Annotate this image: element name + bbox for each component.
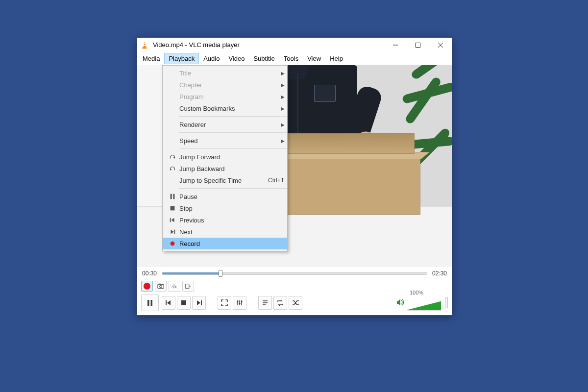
svg-marker-44 <box>397 299 400 306</box>
menubar: Media Playback Audio Video Subtitle Tool… <box>137 52 452 65</box>
separator <box>179 116 287 117</box>
next-icon <box>166 228 179 235</box>
chevron-right-icon: ▶ <box>278 138 287 144</box>
svg-rect-26 <box>147 300 149 306</box>
frame-step-button[interactable] <box>182 281 194 292</box>
svg-point-19 <box>160 285 162 287</box>
svg-marker-14 <box>171 218 174 222</box>
dd-program[interactable]: Program ▶ <box>163 91 287 102</box>
loop-button[interactable] <box>273 296 287 310</box>
svg-rect-10 <box>171 194 172 199</box>
elapsed-time[interactable]: 00:30 <box>142 270 157 277</box>
app-window: Video.mp4 - VLC media player Media Playb… <box>137 37 452 316</box>
svg-marker-32 <box>197 300 200 305</box>
menu-help[interactable]: Help <box>325 53 347 64</box>
playlist-button[interactable] <box>258 296 272 310</box>
svg-rect-11 <box>173 194 174 199</box>
seek-knob[interactable] <box>219 270 222 277</box>
menu-audio[interactable]: Audio <box>199 53 224 64</box>
fullscreen-button[interactable] <box>218 296 231 310</box>
svg-rect-1 <box>144 43 146 44</box>
svg-rect-2 <box>144 45 146 46</box>
previous-button[interactable] <box>162 296 175 310</box>
pause-icon <box>166 193 179 200</box>
chevron-right-icon: ▶ <box>278 71 287 76</box>
svg-rect-15 <box>174 230 175 234</box>
chevron-right-icon: ▶ <box>278 122 287 127</box>
volume-slider[interactable] <box>407 300 441 311</box>
seek-progress <box>162 272 220 274</box>
svg-rect-5 <box>416 43 420 47</box>
svg-rect-3 <box>143 47 147 49</box>
dd-record[interactable]: Record <box>163 238 287 249</box>
svg-rect-13 <box>170 218 171 222</box>
svg-rect-28 <box>166 300 167 305</box>
svg-rect-36 <box>237 301 239 302</box>
total-time[interactable]: 02:30 <box>432 270 447 277</box>
svg-text:B: B <box>174 285 176 288</box>
menu-tools[interactable]: Tools <box>279 53 303 64</box>
close-button[interactable] <box>429 38 452 52</box>
titlebar[interactable]: Video.mp4 - VLC media player <box>137 38 452 52</box>
dd-title[interactable]: Title ▶ <box>163 67 287 79</box>
svg-marker-29 <box>167 300 171 305</box>
play-pause-button[interactable] <box>141 294 159 311</box>
jump-forward-icon <box>166 153 179 160</box>
dd-speed[interactable]: Speed ▶ <box>163 135 287 147</box>
volume-max-indicator <box>445 297 448 308</box>
dd-renderer[interactable]: Renderer ▶ <box>163 119 287 130</box>
svg-point-17 <box>171 242 175 246</box>
window-title: Video.mp4 - VLC media player <box>153 41 240 49</box>
advanced-controls: AB <box>137 280 452 293</box>
svg-rect-31 <box>201 300 202 305</box>
snapshot-button[interactable] <box>155 281 167 292</box>
loop-ab-button[interactable]: AB <box>169 281 180 292</box>
svg-marker-16 <box>171 230 174 234</box>
svg-rect-27 <box>151 300 153 306</box>
maximize-button[interactable] <box>407 38 429 52</box>
dd-previous[interactable]: Previous <box>163 214 287 226</box>
dd-jump-specific[interactable]: Jump to Specific Time Ctrl+T <box>163 174 287 186</box>
main-toolbar: 100% <box>137 293 452 315</box>
dd-pause[interactable]: Pause <box>163 191 287 202</box>
vlc-cone-icon <box>140 41 149 49</box>
seek-bar[interactable] <box>162 272 427 275</box>
menu-media[interactable]: Media <box>138 53 164 64</box>
dd-bookmarks[interactable]: Custom Bookmarks ▶ <box>163 102 287 114</box>
dd-next[interactable]: Next <box>163 226 287 238</box>
menu-subtitle[interactable]: Subtitle <box>249 53 279 64</box>
dd-chapter[interactable]: Chapter ▶ <box>163 79 287 91</box>
stop-button[interactable] <box>177 296 191 310</box>
record-dot-icon <box>144 283 150 290</box>
separator <box>179 148 287 149</box>
timeline-row: 00:30 02:30 <box>137 267 452 280</box>
dd-stop[interactable]: Stop <box>163 202 287 214</box>
svg-rect-12 <box>171 206 175 211</box>
svg-rect-38 <box>241 301 243 302</box>
next-button[interactable] <box>192 296 206 310</box>
jump-backward-icon <box>166 165 179 172</box>
svg-text:A: A <box>172 285 174 288</box>
dd-jump-forward[interactable]: Jump Forward <box>163 151 287 163</box>
chevron-right-icon: ▶ <box>278 82 287 88</box>
svg-marker-0 <box>143 41 146 47</box>
stop-icon <box>166 205 179 212</box>
svg-rect-20 <box>159 284 161 285</box>
speaker-icon[interactable] <box>396 298 405 308</box>
playback-dropdown: Title ▶ Chapter ▶ Program ▶ Custom Bookm… <box>162 65 288 251</box>
chevron-right-icon: ▶ <box>278 106 287 111</box>
svg-rect-24 <box>186 284 189 289</box>
menu-video[interactable]: Video <box>224 53 249 64</box>
volume-control[interactable]: 100% <box>396 294 448 311</box>
minimize-button[interactable] <box>384 38 407 52</box>
svg-marker-43 <box>298 304 299 305</box>
menu-playback[interactable]: Playback <box>164 53 199 64</box>
dd-jump-backward[interactable]: Jump Backward <box>163 163 287 174</box>
menu-view[interactable]: View <box>303 53 325 64</box>
record-button[interactable] <box>141 281 153 292</box>
video-area[interactable]: Title ▶ Chapter ▶ Program ▶ Custom Bookm… <box>137 65 452 267</box>
shuffle-button[interactable] <box>289 296 302 310</box>
extended-settings-button[interactable] <box>233 296 246 310</box>
svg-marker-25 <box>190 285 191 287</box>
volume-percent: 100% <box>410 290 444 295</box>
